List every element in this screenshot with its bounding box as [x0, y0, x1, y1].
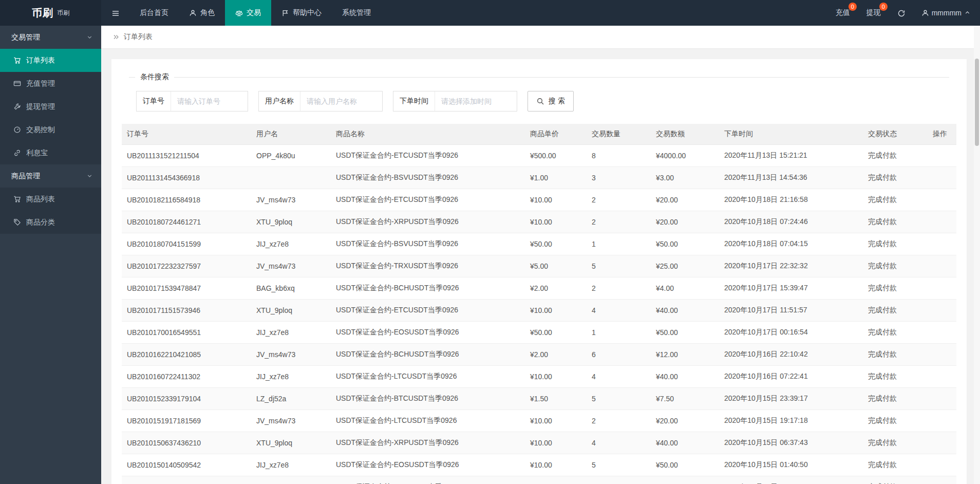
- table-cell: USDT保证金合约-ETCUSDT当季0926: [331, 145, 525, 167]
- table-cell: USDT保证金合约-EOSUSDT当季0926: [331, 322, 525, 344]
- search-icon: [536, 97, 544, 105]
- table-cell: 1: [587, 233, 651, 255]
- scrollbar-thumb[interactable]: [975, 59, 979, 146]
- table-cell: 5: [587, 476, 651, 484]
- table-cell: 2020年10月17日 22:32:32: [719, 255, 863, 277]
- order-no-input[interactable]: [171, 91, 248, 111]
- sidebar-section-trade-management[interactable]: 交易管理: [0, 26, 101, 49]
- table-row[interactable]: UB2010180724461271XTU_9ploqUSDT保证金合约-XRP…: [122, 211, 956, 233]
- table-cell: ¥1.00: [525, 167, 587, 189]
- table-row[interactable]: UB2010171539478847BAG_kb6xqUSDT保证金合约-BCH…: [122, 277, 956, 300]
- table-cell: UB2010152339179104: [122, 388, 251, 410]
- table-cell: USDT保证金合约-ETCUSDT当季0926: [331, 189, 525, 211]
- table-row[interactable]: UB2010170016549551JIJ_xz7e8USDT保证金合约-EOS…: [122, 322, 956, 344]
- username-input[interactable]: [300, 91, 382, 111]
- table-cell: [928, 189, 956, 211]
- table-cell: OPP_4k80u: [251, 145, 331, 167]
- table-cell: ¥50.00: [525, 233, 587, 255]
- sidebar-item-order-list[interactable]: 订单列表: [0, 49, 101, 72]
- table-cell: ¥5.00: [525, 476, 587, 484]
- table-cell: ¥20.00: [651, 189, 719, 211]
- nav-item-trade[interactable]: 交易: [225, 0, 271, 26]
- table-row[interactable]: UB2010150637436210XTU_9ploqUSDT保证金合约-XRP…: [122, 432, 956, 454]
- user-menu[interactable]: mmmmm: [913, 0, 980, 26]
- table-row[interactable]: UB2010172232327597JV_ms4w73USDT保证金合约-TRX…: [122, 255, 956, 277]
- table-cell: 2020年10月16日 07:22:41: [719, 366, 863, 388]
- table-cell: 2020年10月18日 07:24:46: [719, 211, 863, 233]
- sidebar-item-product-list[interactable]: 商品列表: [0, 188, 101, 211]
- nav-item-home[interactable]: 后台首页: [129, 0, 179, 26]
- table-row[interactable]: UB2010162210421085JV_ms4w73USDT保证金合约-BCH…: [122, 344, 956, 366]
- table-row[interactable]: UB2010151917181569JV_ms4w73USDT保证金合约-LTC…: [122, 410, 956, 432]
- table-row[interactable]: UB2010150140509542JIJ_xz7e8USDT保证金合约-EOS…: [122, 454, 956, 476]
- table-cell: ¥10.00: [525, 410, 587, 432]
- table-cell: ¥500.00: [525, 145, 587, 167]
- cart-icon: [13, 57, 21, 64]
- table-cell: USDT保证金合约-BCHUSDT当季0926: [331, 277, 525, 300]
- table-row[interactable]: UB2010152339179104LZ_dj52aUSDT保证金合约-BTCU…: [122, 388, 956, 410]
- table-cell: [928, 255, 956, 277]
- table-row[interactable]: UB2010142131421767JV_ms4w73USDT保证金合约-TRX…: [122, 476, 956, 484]
- withdraw-button[interactable]: 提现 0: [858, 0, 889, 26]
- refresh-button[interactable]: [889, 0, 913, 26]
- table-cell: [928, 145, 956, 167]
- table-cell: USDT保证金合约-BSVUSDT当季0926: [331, 233, 525, 255]
- orders-table: 订单号用户名商品名称商品单价交易数量交易数额下单时间交易状态操作 UB20111…: [122, 124, 956, 484]
- table-row[interactable]: UB2011131454366918USDT保证金合约-BSVUSDT当季092…: [122, 167, 956, 189]
- column-header: 订单号: [122, 124, 251, 145]
- order-no-field-group: 订单号: [136, 91, 248, 111]
- column-header: 商品名称: [331, 124, 525, 145]
- table-cell: ¥10.00: [525, 454, 587, 476]
- table-row[interactable]: UB2010160722411302JIJ_xz7e8USDT保证金合约-LTC…: [122, 366, 956, 388]
- table-cell: ¥10.00: [525, 432, 587, 454]
- table-cell: JV_ms4w73: [251, 344, 331, 366]
- recharge-button[interactable]: 充值 0: [827, 0, 858, 26]
- table-cell: USDT保证金合约-TRXUSDT当季0926: [331, 476, 525, 484]
- sidebar-item-recharge-management[interactable]: 充值管理: [0, 72, 101, 95]
- table-cell: UB2010160722411302: [122, 366, 251, 388]
- table-cell: JIJ_xz7e8: [251, 322, 331, 344]
- table-cell: [928, 410, 956, 432]
- sidebar-item-withdraw-management[interactable]: 提现管理: [0, 95, 101, 118]
- table-cell: USDT保证金合约-XRPUSDT当季0926: [331, 211, 525, 233]
- table-cell: UB2010172232327597: [122, 255, 251, 277]
- table-cell: 5: [587, 388, 651, 410]
- search-button[interactable]: 搜 索: [527, 91, 574, 111]
- table-cell: USDT保证金合约-TRXUSDT当季0926: [331, 255, 525, 277]
- sidebar-section-product-management[interactable]: 商品管理: [0, 164, 101, 188]
- table-cell: USDT保证金合约-BTCUSDT当季0926: [331, 388, 525, 410]
- table-cell: JIJ_xz7e8: [251, 233, 331, 255]
- sidebar-item-product-category[interactable]: 商品分类: [0, 211, 101, 234]
- nav-item-help-center[interactable]: 帮助中心: [271, 0, 332, 26]
- table-cell: UB2010150140509542: [122, 454, 251, 476]
- table-cell: ¥10.00: [525, 211, 587, 233]
- table-cell: BAG_kb6xq: [251, 277, 331, 300]
- table-cell: [928, 322, 956, 344]
- sidebar-item-trade-control[interactable]: 交易控制: [0, 118, 101, 141]
- table-cell: ¥50.00: [525, 322, 587, 344]
- table-cell: UB2011131454366918: [122, 167, 251, 189]
- table-row[interactable]: UB2010180704151599JIJ_xz7e8USDT保证金合约-BSV…: [122, 233, 956, 255]
- order-time-input[interactable]: [435, 91, 517, 111]
- table-cell: USDT保证金合约-ETCUSDT当季0926: [331, 300, 525, 322]
- sidebar-item-interest-treasure[interactable]: 利息宝: [0, 141, 101, 164]
- table-cell: [928, 233, 956, 255]
- table-row[interactable]: UB2010182116584918JV_ms4w73USDT保证金合约-ETC…: [122, 189, 956, 211]
- breadcrumb: 订单列表: [101, 26, 980, 49]
- table-cell: ¥50.00: [651, 454, 719, 476]
- table-cell: [928, 366, 956, 388]
- table-row[interactable]: UB2010171151573946XTU_9ploqUSDT保证金合约-ETC…: [122, 300, 956, 322]
- table-cell: 完成付款: [863, 388, 928, 410]
- nav-item-system[interactable]: 系统管理: [332, 0, 381, 26]
- chevron-down-icon: [86, 34, 93, 41]
- table-cell: 完成付款: [863, 476, 928, 484]
- table-cell: 2: [587, 410, 651, 432]
- table-row[interactable]: UB2011131521211504OPP_4k80uUSDT保证金合约-ETC…: [122, 145, 956, 167]
- table-cell: 完成付款: [863, 344, 928, 366]
- table-cell: 2020年10月17日 11:51:57: [719, 300, 863, 322]
- table-cell: ¥2.00: [525, 344, 587, 366]
- nav-item-roles[interactable]: 角色: [179, 0, 225, 26]
- vertical-scrollbar[interactable]: [974, 26, 980, 484]
- collapse-sidebar-button[interactable]: [101, 0, 129, 26]
- table-cell: ¥50.00: [651, 233, 719, 255]
